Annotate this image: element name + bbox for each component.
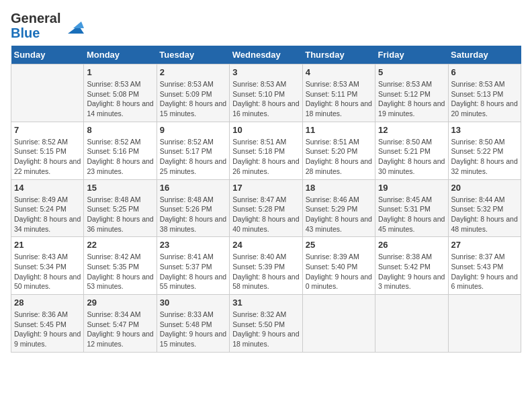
day-number: 4 [306, 67, 372, 77]
day-number: 6 [451, 67, 518, 77]
day-number: 16 [160, 183, 226, 193]
day-cell: 25Sunrise: 8:39 AMSunset: 5:40 PMDayligh… [302, 237, 375, 295]
day-number: 22 [87, 240, 153, 250]
day-cell: 5Sunrise: 8:53 AMSunset: 5:12 PMDaylight… [375, 64, 448, 122]
day-number: 9 [160, 125, 226, 135]
header-wednesday: Wednesday [230, 46, 302, 64]
day-info: Sunrise: 8:41 AMSunset: 5:37 PMDaylight:… [160, 252, 226, 291]
page-header: General Blue [11, 11, 521, 40]
day-info: Sunrise: 8:53 AMSunset: 5:09 PMDaylight:… [160, 79, 226, 119]
day-cell: 23Sunrise: 8:41 AMSunset: 5:37 PMDayligh… [157, 237, 229, 295]
week-row-4: 21Sunrise: 8:43 AMSunset: 5:34 PMDayligh… [11, 237, 521, 295]
day-number: 19 [378, 183, 445, 193]
day-cell: 11Sunrise: 8:51 AMSunset: 5:20 PMDayligh… [302, 122, 375, 179]
header-thursday: Thursday [302, 46, 375, 64]
day-info: Sunrise: 8:52 AMSunset: 5:17 PMDaylight:… [160, 137, 226, 177]
day-number: 13 [451, 125, 518, 135]
day-cell: 8Sunrise: 8:52 AMSunset: 5:16 PMDaylight… [84, 122, 157, 179]
day-number: 8 [87, 125, 153, 135]
day-number: 20 [451, 183, 518, 193]
day-info: Sunrise: 8:45 AMSunset: 5:31 PMDaylight:… [378, 195, 445, 234]
day-info: Sunrise: 8:50 AMSunset: 5:21 PMDaylight:… [378, 137, 445, 177]
day-cell: 13Sunrise: 8:50 AMSunset: 5:22 PMDayligh… [448, 122, 521, 179]
day-number: 12 [378, 125, 445, 135]
day-info: Sunrise: 8:39 AMSunset: 5:40 PMDaylight:… [306, 252, 372, 291]
day-cell: 7Sunrise: 8:52 AMSunset: 5:15 PMDaylight… [11, 122, 84, 179]
logo-blue: Blue [11, 26, 60, 40]
day-info: Sunrise: 8:48 AMSunset: 5:25 PMDaylight:… [87, 195, 153, 234]
day-info: Sunrise: 8:43 AMSunset: 5:34 PMDaylight:… [14, 252, 81, 291]
day-info: Sunrise: 8:51 AMSunset: 5:18 PMDaylight:… [232, 137, 299, 177]
day-info: Sunrise: 8:48 AMSunset: 5:26 PMDaylight:… [160, 195, 226, 234]
header-friday: Friday [375, 46, 448, 64]
day-number: 14 [14, 183, 81, 193]
day-cell: 9Sunrise: 8:52 AMSunset: 5:17 PMDaylight… [157, 122, 229, 179]
day-info: Sunrise: 8:34 AMSunset: 5:47 PMDaylight:… [87, 310, 153, 349]
svg-marker-1 [73, 21, 84, 28]
day-cell: 29Sunrise: 8:34 AMSunset: 5:47 PMDayligh… [84, 295, 157, 353]
day-cell: 30Sunrise: 8:33 AMSunset: 5:48 PMDayligh… [157, 295, 229, 353]
day-info: Sunrise: 8:52 AMSunset: 5:16 PMDaylight:… [87, 137, 153, 177]
day-cell: 24Sunrise: 8:40 AMSunset: 5:39 PMDayligh… [230, 237, 302, 295]
day-number: 17 [232, 183, 299, 193]
day-cell [375, 295, 448, 353]
day-number: 25 [306, 240, 372, 250]
day-number: 11 [306, 125, 372, 135]
day-info: Sunrise: 8:49 AMSunset: 5:24 PMDaylight:… [14, 195, 81, 234]
day-cell: 3Sunrise: 8:53 AMSunset: 5:10 PMDaylight… [230, 64, 302, 122]
logo-icon [62, 15, 84, 36]
day-cell: 16Sunrise: 8:48 AMSunset: 5:26 PMDayligh… [157, 179, 229, 237]
day-number: 5 [378, 67, 445, 77]
logo-general: General [11, 11, 60, 26]
day-number: 21 [14, 240, 81, 250]
week-row-3: 14Sunrise: 8:49 AMSunset: 5:24 PMDayligh… [11, 179, 521, 237]
day-info: Sunrise: 8:32 AMSunset: 5:50 PMDaylight:… [232, 310, 299, 349]
day-cell: 31Sunrise: 8:32 AMSunset: 5:50 PMDayligh… [230, 295, 302, 353]
day-info: Sunrise: 8:44 AMSunset: 5:32 PMDaylight:… [451, 195, 518, 234]
header-monday: Monday [84, 46, 157, 64]
day-cell: 21Sunrise: 8:43 AMSunset: 5:34 PMDayligh… [11, 237, 84, 295]
day-cell [448, 295, 521, 353]
day-cell: 27Sunrise: 8:37 AMSunset: 5:43 PMDayligh… [448, 237, 521, 295]
day-number: 18 [306, 183, 372, 193]
day-cell: 10Sunrise: 8:51 AMSunset: 5:18 PMDayligh… [230, 122, 302, 179]
day-info: Sunrise: 8:53 AMSunset: 5:11 PMDaylight:… [306, 79, 372, 119]
day-cell: 2Sunrise: 8:53 AMSunset: 5:09 PMDaylight… [157, 64, 229, 122]
header-tuesday: Tuesday [157, 46, 229, 64]
week-row-5: 28Sunrise: 8:36 AMSunset: 5:45 PMDayligh… [11, 295, 521, 353]
day-cell: 15Sunrise: 8:48 AMSunset: 5:25 PMDayligh… [84, 179, 157, 237]
day-number: 7 [14, 125, 81, 135]
day-cell: 4Sunrise: 8:53 AMSunset: 5:11 PMDaylight… [302, 64, 375, 122]
day-info: Sunrise: 8:38 AMSunset: 5:42 PMDaylight:… [378, 252, 445, 291]
day-number: 15 [87, 183, 153, 193]
day-cell: 12Sunrise: 8:50 AMSunset: 5:21 PMDayligh… [375, 122, 448, 179]
day-number: 10 [232, 125, 299, 135]
calendar-table: SundayMondayTuesdayWednesdayThursdayFrid… [11, 46, 521, 353]
day-info: Sunrise: 8:47 AMSunset: 5:28 PMDaylight:… [232, 195, 299, 234]
day-info: Sunrise: 8:52 AMSunset: 5:15 PMDaylight:… [14, 137, 81, 177]
day-info: Sunrise: 8:53 AMSunset: 5:10 PMDaylight:… [232, 79, 299, 119]
day-number: 2 [160, 67, 226, 77]
day-number: 1 [87, 67, 153, 77]
week-row-2: 7Sunrise: 8:52 AMSunset: 5:15 PMDaylight… [11, 122, 521, 179]
day-number: 26 [378, 240, 445, 250]
day-cell: 18Sunrise: 8:46 AMSunset: 5:29 PMDayligh… [302, 179, 375, 237]
day-info: Sunrise: 8:53 AMSunset: 5:08 PMDaylight:… [87, 79, 153, 119]
day-number: 27 [451, 240, 518, 250]
day-info: Sunrise: 8:53 AMSunset: 5:12 PMDaylight:… [378, 79, 445, 119]
day-cell: 1Sunrise: 8:53 AMSunset: 5:08 PMDaylight… [84, 64, 157, 122]
header-saturday: Saturday [448, 46, 521, 64]
day-info: Sunrise: 8:33 AMSunset: 5:48 PMDaylight:… [160, 310, 226, 349]
day-cell: 28Sunrise: 8:36 AMSunset: 5:45 PMDayligh… [11, 295, 84, 353]
day-number: 31 [232, 298, 299, 308]
day-number: 28 [14, 298, 81, 308]
day-info: Sunrise: 8:37 AMSunset: 5:43 PMDaylight:… [451, 252, 518, 291]
day-cell: 22Sunrise: 8:42 AMSunset: 5:35 PMDayligh… [84, 237, 157, 295]
day-number: 3 [232, 67, 299, 77]
day-info: Sunrise: 8:42 AMSunset: 5:35 PMDaylight:… [87, 252, 153, 291]
day-info: Sunrise: 8:53 AMSunset: 5:13 PMDaylight:… [451, 79, 518, 119]
day-cell: 14Sunrise: 8:49 AMSunset: 5:24 PMDayligh… [11, 179, 84, 237]
logo: General Blue [11, 11, 84, 40]
day-cell: 6Sunrise: 8:53 AMSunset: 5:13 PMDaylight… [448, 64, 521, 122]
day-number: 24 [232, 240, 299, 250]
